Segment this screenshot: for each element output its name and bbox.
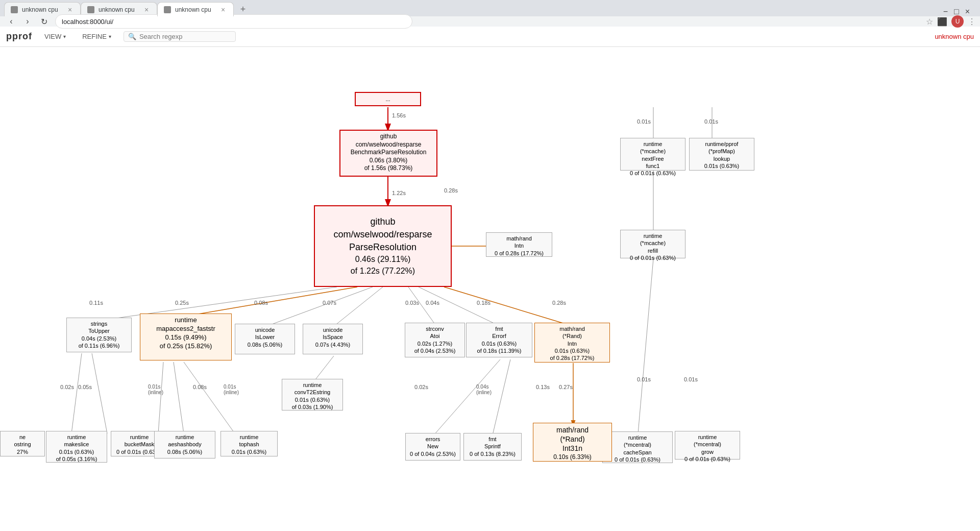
node-runtime-aeshashbody[interactable]: runtime aeshashbody 0.08s (5.06%) (154, 431, 215, 458)
view-button[interactable]: VIEW ▾ (40, 31, 70, 42)
edge-label-0.18s: 0.18s (477, 300, 491, 306)
edge-label-0.01s-top-right2: 0.01s (704, 118, 718, 125)
search-box: 🔍 (124, 31, 236, 42)
node-runtime-mapaccess[interactable]: runtime mapaccess2_faststr 0.15s (9.49%)… (140, 313, 232, 360)
browser-chrome: unknown cpu × unknown cpu × unknown cpu … (0, 0, 980, 27)
edge-label-0.05s: 0.05s (78, 384, 92, 390)
tab-favicon-3 (164, 6, 171, 13)
nav-buttons: ‹ › ↻ (4, 14, 51, 29)
edge-label-0.28s-right: 0.28s (444, 187, 458, 194)
edge-label-0.08s: 0.08s (254, 300, 268, 306)
svg-line-5 (266, 287, 373, 326)
edge-label-0.11s: 0.11s (89, 300, 103, 306)
view-chevron-icon: ▾ (63, 34, 66, 39)
node-runtime-makeslice[interactable]: runtime makeslice 0.01s (0.63%) of 0.05s… (46, 431, 107, 463)
node-errors-new[interactable]: errors New 0 of 0.04s (2.53%) (405, 433, 460, 461)
tab-close-1[interactable]: × (66, 6, 74, 14)
edge-label-0.02s-b: 0.02s (414, 384, 428, 390)
address-bar: ‹ › ↻ ☆ ⬛ U ⋮ (0, 16, 980, 27)
tab-title-1: unknown cpu (22, 6, 62, 13)
node-top-partial[interactable]: ... (355, 92, 421, 106)
edge-label-0.03s: 0.03s (405, 300, 419, 306)
tab-title-2: unknown cpu (99, 6, 138, 13)
svg-line-14 (174, 362, 184, 433)
node-unicode-islower[interactable]: unicode IsLower 0.08s (5.06%) (235, 324, 295, 354)
node-strings-toupper[interactable]: strings ToUpper 0.04s (2.53%) of 0.11s (… (66, 318, 132, 352)
edge-label-0.01s-top-right: 0.01s (637, 118, 651, 125)
node-fmt-sprintf[interactable]: fmt Sprintf 0 of 0.13s (8.23%) (463, 433, 522, 461)
node-unicode-isspace[interactable]: unicode IsSpace 0.07s (4.43%) (303, 324, 363, 354)
edge-label-inline-1: 0.01s(inline) (148, 384, 163, 395)
svg-line-11 (71, 353, 82, 433)
bookmark-icon[interactable]: ☆ (926, 17, 933, 27)
svg-line-17 (493, 359, 510, 435)
node-strconv-atoi[interactable]: strconv Atoi 0.02s (1.27%) of 0.04s (2.5… (405, 323, 465, 357)
tab-3[interactable]: unknown cpu × (157, 2, 234, 16)
edge-label-1.56s: 1.56s (392, 112, 406, 118)
svg-line-6 (334, 287, 383, 326)
forward-button[interactable]: › (20, 14, 35, 29)
edge-label-0.08s-b: 0.08s (193, 384, 207, 390)
back-button[interactable]: ‹ (4, 14, 18, 29)
node-runtime-mcentral-cachespan[interactable]: runtime (*mcentral) cacheSpan 0 of 0.01s… (602, 431, 673, 463)
node-mathrand-rand-int31n[interactable]: math/rand (*Rand) Int31n 0.10s (6.33%) (533, 423, 612, 462)
edge-label-0.28s-bottom: 0.28s (552, 300, 566, 306)
edge-label-0.07s: 0.07s (323, 300, 336, 306)
node-runtime-mcache-refill[interactable]: runtime (*mcache) refill 0 of 0.01s (0.6… (620, 230, 685, 258)
node-runtime-convt2estring[interactable]: runtime convT2Estring 0.01s (0.63%) of 0… (282, 379, 343, 411)
edge-label-0.02s: 0.02s (60, 384, 74, 390)
refine-chevron-icon: ▾ (109, 34, 111, 39)
extensions-icon[interactable]: ⬛ (937, 17, 947, 27)
tab-favicon-2 (87, 6, 94, 13)
svg-line-8 (419, 287, 500, 326)
svg-line-21 (638, 259, 653, 433)
tab-close-3[interactable]: × (219, 6, 227, 14)
view-label: VIEW (44, 33, 61, 40)
user-link[interactable]: unknown cpu (935, 33, 974, 40)
edge-label-0.01s-bottom-right: 0.01s (637, 376, 651, 382)
node-parse-resolution[interactable]: github com/wselwood/resparse ParseResolu… (314, 205, 452, 287)
svg-line-16 (434, 359, 500, 435)
svg-line-9 (444, 287, 573, 326)
node-runtime-pprof-profmap-lookup[interactable]: runtime/pprof (*profMap) lookup 0.01s (0… (689, 138, 754, 171)
app-toolbar: pprof VIEW ▾ REFINE ▾ 🔍 unknown cpu (0, 27, 980, 47)
app-logo: pprof (6, 31, 32, 42)
search-icon: 🔍 (128, 33, 136, 40)
search-input[interactable] (139, 33, 231, 40)
node-mathrand-rand-intn[interactable]: math/rand (*Rand) Intn 0.01s (0.63%) of … (534, 323, 610, 363)
edge-label-1.22s: 1.22s (392, 190, 406, 196)
svg-line-12 (92, 353, 107, 433)
node-ne-ostring[interactable]: ne ostring 27% (0, 431, 45, 456)
profile-icon[interactable]: U (951, 15, 964, 28)
refine-label: REFINE (82, 33, 107, 40)
tab-favicon-1 (11, 6, 18, 13)
tab-close-2[interactable]: × (142, 6, 151, 14)
menu-icon[interactable]: ⋮ (968, 17, 976, 27)
node-benchmark[interactable]: github com/wselwood/resparse BenchmarkPa… (339, 130, 437, 177)
node-fmt-errorf[interactable]: fmt Errorf 0.01s (0.63%) of 0.18s (11.39… (466, 323, 532, 357)
node-runtime-mcentral-grow[interactable]: runtime (*mcentral) grow 0 of 0.01s (0.6… (675, 431, 740, 460)
edge-label-inline-2: 0.01s(inline) (224, 384, 239, 395)
edge-label-0.25s: 0.25s (175, 300, 189, 306)
svg-line-7 (408, 287, 436, 326)
tab-title-3: unknown cpu (175, 6, 215, 13)
node-mathrand-intn[interactable]: math/rand Intn 0 of 0.28s (17.72%) (486, 232, 552, 257)
svg-line-23 (314, 356, 334, 381)
url-input[interactable] (55, 14, 412, 29)
bookmark-area: ☆ ⬛ U ⋮ (926, 15, 976, 28)
svg-line-15 (184, 362, 235, 433)
graph-area: 1.56s 1.22s 0.28s 0.11s 0.25s 0.08s 0.07… (0, 47, 980, 531)
svg-line-13 (158, 362, 163, 433)
edge-label-0.04s: 0.04s (426, 300, 439, 306)
reload-button[interactable]: ↻ (37, 14, 51, 29)
edge-label-inline-3: 0.04s(inline) (476, 384, 492, 395)
refine-button[interactable]: REFINE ▾ (78, 31, 115, 42)
node-runtime-tophash[interactable]: runtime tophash 0.01s (0.63%) (220, 431, 278, 456)
main-content: 1.56s 1.22s 0.28s 0.11s 0.25s 0.08s 0.07… (0, 47, 980, 531)
node-runtime-mcache-nextfree[interactable]: runtime (*mcache) nextFree func1 0 of 0.… (620, 138, 685, 171)
edge-label-0.01s-br2: 0.01s (684, 376, 698, 382)
edge-label-0.27s: 0.27s (559, 384, 573, 390)
edge-label-0.13s: 0.13s (536, 384, 550, 390)
